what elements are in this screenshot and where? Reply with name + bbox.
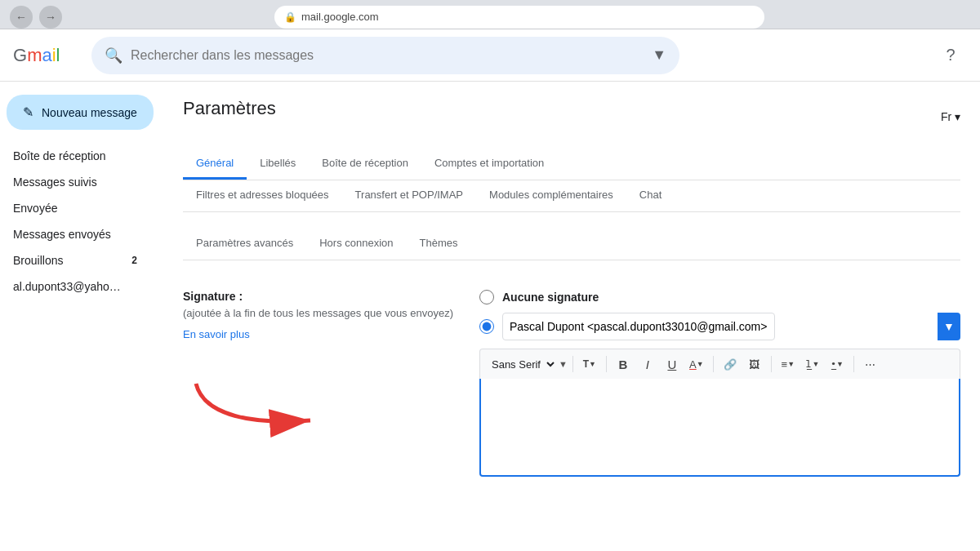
- lang-label: Fr ▾: [941, 110, 960, 123]
- tab-themes[interactable]: Thèmes: [407, 229, 471, 260]
- link-icon: 🔗: [724, 358, 737, 371]
- signature-sublabel: (ajoutée à la fin de tous les messages q…: [183, 306, 453, 321]
- header-right: ?: [934, 39, 967, 72]
- tab-labels[interactable]: Libellés: [247, 149, 309, 180]
- signature-label: Signature :: [183, 290, 453, 303]
- sidebar-item-sent[interactable]: Messages envoyés: [0, 221, 150, 247]
- italic-icon: I: [646, 358, 649, 371]
- compose-icon: ✎: [23, 104, 33, 120]
- compose-button[interactable]: ✎ Nouveau message: [7, 95, 154, 130]
- no-signature-radio[interactable]: [479, 290, 494, 304]
- numbered-list-icon: 1̲: [805, 358, 812, 370]
- drafts-badge: 2: [131, 255, 137, 266]
- font-selector[interactable]: Sans Serif: [485, 353, 557, 375]
- search-dropdown-icon[interactable]: ▼: [652, 47, 666, 64]
- tab-chat[interactable]: Chat: [626, 180, 675, 211]
- help-icon: ?: [946, 46, 955, 64]
- tab-offline[interactable]: Hors connexion: [306, 229, 406, 260]
- sidebar-item-starred[interactable]: Messages suivis: [0, 169, 150, 195]
- signature-control-col: Aucune signature Pascal Dupont <pascal.d…: [479, 290, 960, 477]
- toolbar-sep-4: [771, 356, 772, 372]
- sidebar-item-account[interactable]: al.dupont33@yaho…: [0, 273, 150, 300]
- sidebar: ✎ Nouveau message Boîte de réception Mes…: [0, 82, 163, 551]
- font-color-button[interactable]: A ▼: [685, 353, 708, 375]
- gmail-logo: Gmail: [13, 45, 78, 66]
- browser-chrome: ← → 🔒 mail.google.com: [0, 0, 980, 29]
- toolbar-sep-1: [572, 356, 573, 372]
- lock-icon: 🔒: [284, 11, 296, 23]
- signature-section: Signature : (ajoutée à la fin de tous le…: [183, 277, 960, 490]
- tab-accounts[interactable]: Comptes et importation: [421, 149, 557, 180]
- editor-toolbar: Sans Serif ▼ T ▼ B I: [479, 349, 960, 379]
- sidebar-item-inbox[interactable]: Boîte de réception: [0, 143, 150, 169]
- no-signature-row: Aucune signature: [479, 290, 960, 304]
- tabs-row-3: Paramètres avancés Hors connexion Thèmes: [183, 229, 960, 260]
- search-icon: 🔍: [105, 47, 122, 64]
- tabs-row-1: Général Libellés Boîte de réception Comp…: [183, 149, 960, 180]
- help-button[interactable]: ?: [934, 39, 967, 72]
- more-button[interactable]: ⋯: [859, 353, 882, 375]
- gmail-body: ✎ Nouveau message Boîte de réception Mes…: [0, 82, 980, 551]
- text-size-button[interactable]: T ▼: [578, 353, 601, 375]
- sidebar-item-label: Messages suivis: [13, 176, 97, 189]
- bullet-list-icon: •̲: [831, 358, 836, 370]
- tab-addons[interactable]: Modules complémentaires: [476, 180, 626, 211]
- compose-label: Nouveau message: [42, 106, 137, 119]
- sidebar-item-label: Boîte de réception: [13, 149, 106, 162]
- sidebar-item-label: Messages envoyés: [13, 228, 111, 241]
- search-input[interactable]: [131, 48, 644, 63]
- sidebar-item-drafts[interactable]: Brouillons 2: [0, 247, 150, 273]
- forward-button[interactable]: →: [39, 6, 62, 29]
- link-button[interactable]: 🔗: [719, 353, 742, 375]
- image-button[interactable]: 🖼: [743, 353, 766, 375]
- search-bar: 🔍 ▼: [91, 37, 679, 74]
- tab-filters[interactable]: Filtres et adresses bloquées: [183, 180, 342, 211]
- bold-icon: B: [618, 358, 627, 371]
- tab-general[interactable]: Général: [183, 149, 247, 180]
- toolbar-sep-5: [853, 356, 854, 372]
- text-size-icon: T: [583, 358, 589, 370]
- font-color-icon: A: [689, 358, 697, 371]
- signature-dropdown-wrapper: Pascal Dupont <pascal.dupont33010@gmail.…: [502, 313, 960, 340]
- tab-inbox[interactable]: Boîte de réception: [309, 149, 421, 180]
- align-button[interactable]: ≡ ▼: [777, 353, 800, 375]
- signature-radio[interactable]: [479, 319, 494, 334]
- page-title: Paramètres: [183, 98, 276, 119]
- numbered-list-button[interactable]: 1̲ ▼: [801, 353, 824, 375]
- toolbar-sep-3: [713, 356, 714, 372]
- signature-label-col: Signature : (ajoutée à la fin de tous le…: [183, 290, 453, 477]
- signature-learn-more[interactable]: En savoir plus: [183, 328, 250, 340]
- lang-selector[interactable]: Fr ▾: [941, 110, 960, 123]
- signature-dropdown[interactable]: Pascal Dupont <pascal.dupont33010@gmail.…: [502, 313, 775, 340]
- underline-icon: U: [667, 358, 676, 371]
- underline-button[interactable]: U: [661, 353, 684, 375]
- bold-button[interactable]: B: [612, 353, 635, 375]
- tab-forwarding[interactable]: Transfert et POP/IMAP: [342, 180, 476, 211]
- sidebar-item-sent-to[interactable]: Envoyée: [0, 195, 150, 221]
- back-button[interactable]: ←: [10, 6, 33, 29]
- align-icon: ≡: [782, 358, 788, 371]
- sidebar-item-label: al.dupont33@yaho…: [13, 280, 121, 293]
- sig-dropdown-arrow-icon: ▼: [938, 313, 960, 340]
- address-text: mail.google.com: [301, 11, 379, 23]
- bullet-list-button[interactable]: •̲ ▼: [826, 353, 849, 375]
- more-icon: ⋯: [865, 358, 875, 371]
- signature-editor[interactable]: [479, 379, 960, 477]
- main-content: Paramètres Fr ▾ Général Libellés Boîte d…: [163, 82, 980, 551]
- address-bar: 🔒 mail.google.com: [274, 6, 764, 29]
- toolbar-sep-2: [606, 356, 607, 372]
- image-icon: 🖼: [749, 358, 760, 371]
- tabs-row-2: Filtres et adresses bloquées Transfert e…: [183, 180, 960, 212]
- tab-advanced[interactable]: Paramètres avancés: [183, 229, 306, 260]
- italic-button[interactable]: I: [636, 353, 659, 375]
- no-signature-label: Aucune signature: [502, 291, 599, 304]
- sidebar-item-label: Brouillons: [13, 254, 63, 267]
- gmail-app: Gmail 🔍 ▼ ? ✎ Nouveau message Boîte de r…: [0, 29, 980, 551]
- gmail-header: Gmail 🔍 ▼ ?: [0, 29, 980, 82]
- sidebar-item-label: Envoyée: [13, 202, 57, 215]
- signature-selected-row: Pascal Dupont <pascal.dupont33010@gmail.…: [479, 313, 960, 340]
